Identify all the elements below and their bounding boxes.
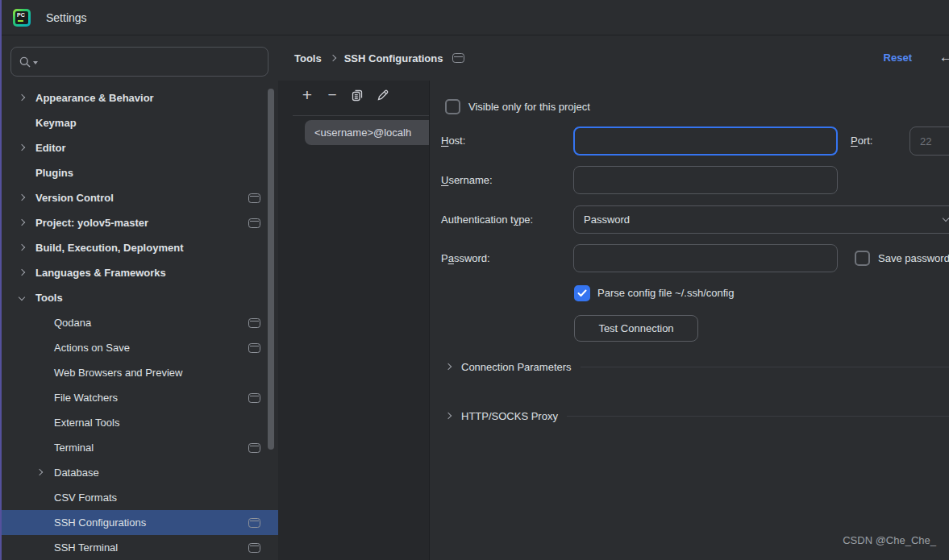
edit-button[interactable] (375, 86, 391, 104)
chevron-right-icon (19, 218, 25, 225)
settings-tree: Appearance & BehaviorKeymapEditorPlugins… (0, 85, 278, 560)
search-options-caret-icon[interactable] (33, 61, 38, 64)
sidebar-item-label: Keymap (35, 117, 77, 129)
sidebar-item-keymap[interactable]: Keymap (0, 110, 278, 135)
sidebar-item-label: Actions on Save (54, 342, 130, 354)
section-connection-parameters[interactable]: Connection Parameters (446, 358, 949, 375)
port-input[interactable] (909, 127, 949, 156)
authentication-type-label: Authentication type: (441, 205, 533, 234)
chevron-right-icon (19, 93, 25, 100)
sidebar-item-external-tools[interactable]: External Tools (0, 410, 278, 435)
sidebar-item-editor[interactable]: Editor (0, 135, 278, 160)
sidebar-item-label: Appearance & Behavior (35, 92, 154, 104)
settings-search-input[interactable] (10, 47, 268, 77)
sidebar-item-web-browsers-and-preview[interactable]: Web Browsers and Preview (0, 360, 278, 385)
project-config-icon (248, 443, 260, 453)
project-config-icon (248, 218, 260, 228)
sidebar-item-languages-frameworks[interactable]: Languages & Frameworks (0, 260, 278, 285)
sidebar-item-label: SSH Terminal (54, 541, 118, 554)
project-config-icon (248, 343, 260, 353)
section-separator-line (567, 416, 949, 417)
breadcrumb-current: SSH Configurations (344, 52, 443, 64)
sidebar-item-actions-on-save[interactable]: Actions on Save (0, 335, 278, 360)
sidebar-item-ssh-terminal[interactable]: SSH Terminal (0, 535, 278, 560)
project-config-icon (248, 193, 260, 203)
watermark: CSDN @Che_Che_ (843, 534, 936, 546)
authentication-type-value: Password (584, 214, 630, 226)
section-separator-line (581, 367, 949, 367)
sidebar-item-tools[interactable]: Tools (0, 285, 278, 310)
chevron-down-icon (943, 215, 949, 222)
chevron-right-icon (19, 193, 25, 200)
username-label: Username: (441, 166, 493, 194)
sidebar-item-appearance-behavior[interactable]: Appearance & Behavior (0, 85, 278, 110)
sidebar-item-database[interactable]: Database (0, 460, 278, 485)
sidebar-item-label: Tools (35, 292, 63, 304)
pycharm-logo-icon: PC (13, 9, 31, 27)
sidebar-item-label: File Watchers (54, 392, 118, 404)
project-config-icon (248, 393, 260, 403)
sidebar-item-qodana[interactable]: Qodana (0, 310, 278, 335)
host-input[interactable] (573, 127, 838, 156)
sidebar-item-label: Languages & Frameworks (35, 267, 166, 279)
chevron-right-icon (19, 268, 25, 275)
project-config-icon (248, 318, 260, 328)
sidebar-item-terminal[interactable]: Terminal (0, 435, 278, 460)
chevron-right-icon (329, 55, 335, 61)
remove-button[interactable]: − (324, 86, 340, 104)
sidebar-scrollbar[interactable] (268, 89, 274, 450)
toolbar-separator (293, 115, 429, 116)
project-config-icon (248, 543, 260, 553)
visible-only-label: Visible only for this project (468, 99, 590, 114)
chevron-right-icon (445, 363, 452, 370)
sidebar-item-label: Project: yolov5-master (35, 217, 148, 229)
sidebar-item-label: External Tools (54, 417, 119, 429)
duplicate-button[interactable] (349, 86, 365, 104)
visible-only-checkbox[interactable] (445, 99, 460, 114)
chevron-down-icon (19, 293, 25, 300)
sidebar-item-build-execution-deployment[interactable]: Build, Execution, Deployment (0, 235, 278, 260)
sidebar-item-plugins[interactable]: Plugins (0, 160, 278, 185)
parse-config-label: Parse config file ~/.ssh/config (597, 285, 734, 301)
username-input[interactable] (573, 166, 838, 194)
sidebar-item-label: Build, Execution, Deployment (35, 242, 183, 254)
chevron-right-icon (445, 413, 452, 419)
sidebar-item-label: Plugins (35, 167, 73, 179)
password-input[interactable] (573, 244, 838, 272)
host-label: Host: (441, 127, 465, 156)
password-label: Password: (441, 244, 490, 272)
ssh-configurations-list-panel: + − <username>@localh (278, 81, 430, 560)
reset-link[interactable]: Reset (884, 35, 912, 81)
sidebar-item-ssh-configurations[interactable]: SSH Configurations (0, 510, 278, 535)
chevron-right-icon (36, 468, 43, 475)
sidebar-item-project-yolov5-master[interactable]: Project: yolov5-master (0, 210, 278, 235)
sidebar-item-label: Database (54, 467, 99, 479)
breadcrumb: Tools SSH Configurations Reset ← (278, 35, 949, 81)
port-label: Port: (851, 127, 872, 156)
parse-config-checkbox[interactable] (574, 285, 590, 301)
sidebar-item-label: CSV Formats (54, 492, 117, 504)
sidebar-item-label: Version Control (35, 192, 114, 204)
add-button[interactable]: + (299, 86, 315, 104)
sidebar-item-label: SSH Configurations (54, 516, 146, 529)
sidebar-item-label: Terminal (54, 442, 94, 454)
search-icon (19, 56, 31, 68)
sidebar-item-label: Editor (35, 142, 66, 154)
save-password-checkbox[interactable] (855, 251, 870, 266)
window-title: Settings (46, 11, 87, 24)
sidebar-item-file-watchers[interactable]: File Watchers (0, 385, 278, 410)
window-edge-highlight (0, 0, 2, 560)
test-connection-button[interactable]: Test Connection (574, 315, 698, 342)
sidebar-item-csv-formats[interactable]: CSV Formats (0, 485, 278, 510)
ssh-config-list-item[interactable]: <username>@localh (305, 120, 430, 145)
project-config-icon (248, 518, 260, 528)
save-password-label: Save password (878, 251, 949, 266)
section-http-socks-proxy[interactable]: HTTP/SOCKS Proxy (446, 407, 949, 425)
breadcrumb-tools[interactable]: Tools (294, 52, 322, 64)
back-arrow-icon[interactable]: ← (939, 35, 949, 81)
sidebar-item-label: Qodana (54, 317, 91, 329)
authentication-type-select[interactable]: Password (573, 205, 949, 234)
chevron-right-icon (19, 143, 25, 150)
project-config-icon (452, 53, 464, 63)
sidebar-item-version-control[interactable]: Version Control (0, 185, 278, 210)
